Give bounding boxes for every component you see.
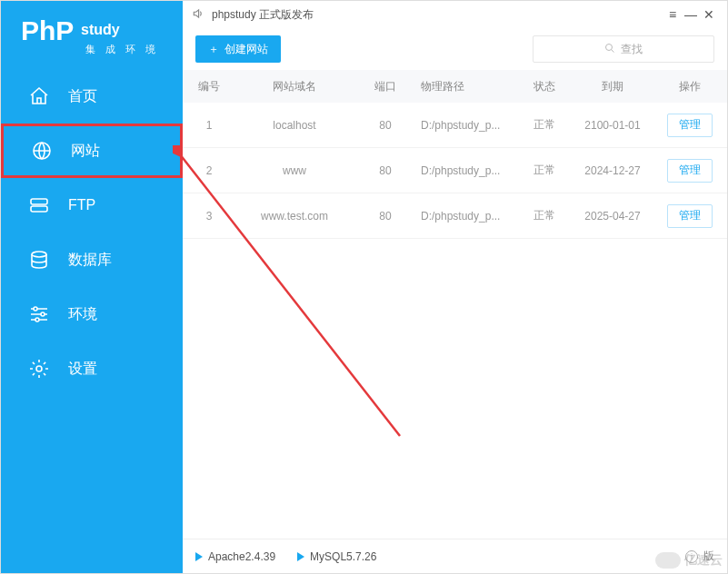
sidebar-item-settings[interactable]: 设置: [1, 341, 183, 396]
svg-rect-1: [31, 199, 47, 204]
home-icon: [26, 84, 52, 109]
service-label: Apache2.4.39: [208, 550, 275, 563]
close-button[interactable]: ✕: [700, 8, 718, 21]
svg-rect-2: [31, 206, 47, 212]
sidebar-item-label: FTP: [68, 197, 95, 213]
sidebar-item-environment[interactable]: 环境: [1, 287, 183, 341]
manage-button[interactable]: 管理: [667, 204, 713, 228]
th-no: 编号: [183, 79, 235, 94]
cell-domain: www: [235, 164, 354, 177]
table-row[interactable]: 2 www 80 D:/phpstudy_p... 正常 2024-12-27 …: [183, 148, 727, 193]
svg-point-4: [34, 307, 37, 311]
cell-status: 正常: [517, 163, 572, 178]
sidebar-item-label: 网站: [71, 142, 100, 161]
sidebar-item-label: 设置: [68, 360, 97, 379]
sidebar-item-home[interactable]: 首页: [1, 69, 183, 124]
service-label: MySQL5.7.26: [310, 550, 376, 563]
cell-no: 3: [183, 210, 235, 223]
toolbar: ＋ 创建网站 查找: [183, 28, 727, 70]
cell-expire: 2100-01-01: [572, 119, 653, 132]
main-panel: phpstudy 正式版发布 ≡ — ✕ ＋ 创建网站 查找 编号 网站域名 端…: [183, 1, 727, 573]
sidebar-item-label: 首页: [68, 87, 97, 106]
service-apache[interactable]: Apache2.4.39: [195, 550, 275, 563]
cell-domain: www.test.com: [235, 210, 354, 223]
logo: PhP study 集 成 环 境: [1, 1, 183, 69]
search-placeholder: 查找: [621, 42, 643, 57]
create-website-button[interactable]: ＋ 创建网站: [195, 35, 281, 63]
table-row[interactable]: 3 www.test.com 80 D:/phpstudy_p... 正常 20…: [183, 193, 727, 239]
cell-path: D:/phpstudy_p...: [417, 210, 517, 223]
cell-no: 2: [183, 164, 235, 177]
cell-op: 管理: [653, 204, 726, 228]
cloud-icon: [655, 552, 681, 569]
svg-point-7: [36, 366, 42, 371]
table-row[interactable]: 1 localhost 80 D:/phpstudy_p... 正常 2100-…: [183, 103, 727, 148]
cell-path: D:/phpstudy_p...: [417, 119, 517, 132]
cell-expire: 2025-04-27: [572, 210, 653, 223]
sidebar-item-database[interactable]: 数据库: [1, 233, 183, 287]
manage-button[interactable]: 管理: [667, 114, 713, 137]
logo-main-b: study: [81, 22, 120, 37]
minimize-button[interactable]: —: [682, 8, 700, 21]
cell-port: 80: [354, 210, 417, 223]
logo-main-a: PhP: [21, 15, 74, 45]
th-domain: 网站域名: [235, 79, 354, 94]
cell-port: 80: [354, 164, 417, 177]
titlebar-text: phpstudy 正式版发布: [212, 7, 314, 23]
cell-op: 管理: [653, 159, 726, 183]
plus-icon: ＋: [208, 42, 219, 57]
logo-subtitle: 集 成 环 境: [21, 43, 163, 56]
svg-point-5: [41, 312, 45, 316]
play-icon: [297, 552, 304, 561]
cell-status: 正常: [517, 117, 572, 133]
ftp-icon: [26, 193, 52, 218]
svg-point-3: [32, 252, 46, 257]
footer: Apache2.4.39 MySQL5.7.26 i 版: [183, 539, 727, 573]
sidebar-item-label: 环境: [68, 305, 97, 324]
menu-icon[interactable]: ≡: [663, 8, 682, 21]
sliders-icon: [26, 302, 52, 327]
sidebar-item-website[interactable]: 网站: [1, 124, 183, 178]
cell-port: 80: [354, 119, 417, 132]
create-label: 创建网站: [224, 42, 268, 57]
manage-button[interactable]: 管理: [667, 159, 713, 183]
service-mysql[interactable]: MySQL5.7.26: [297, 550, 376, 563]
th-op: 操作: [653, 79, 726, 94]
cell-op: 管理: [653, 114, 726, 137]
th-status: 状态: [517, 79, 572, 94]
sidebar-item-ftp[interactable]: FTP: [1, 178, 183, 233]
cell-no: 1: [183, 119, 235, 132]
watermark-text: 亿速云: [684, 552, 723, 569]
search-icon: [604, 43, 615, 56]
svg-point-8: [606, 44, 613, 50]
titlebar: phpstudy 正式版发布 ≡ — ✕: [183, 1, 727, 28]
table-header: 编号 网站域名 端口 物理路径 状态 到期 操作: [183, 70, 727, 103]
watermark: 亿速云: [655, 552, 723, 569]
sidebar-item-label: 数据库: [68, 251, 112, 270]
cell-status: 正常: [517, 208, 572, 223]
play-icon: [195, 552, 203, 561]
app-window: PhP study 集 成 环 境 首页 网站: [0, 0, 728, 574]
speaker-icon: [192, 7, 204, 23]
cell-expire: 2024-12-27: [572, 164, 653, 177]
th-port: 端口: [354, 79, 417, 94]
nav-list: 首页 网站 FTP 数据库: [1, 69, 183, 396]
database-icon: [26, 247, 52, 272]
search-input[interactable]: 查找: [533, 35, 714, 63]
globe-icon: [29, 138, 55, 163]
svg-point-6: [35, 318, 39, 322]
cell-domain: localhost: [235, 119, 354, 132]
th-path: 物理路径: [417, 79, 517, 94]
sidebar: PhP study 集 成 环 境 首页 网站: [1, 1, 183, 573]
cell-path: D:/phpstudy_p...: [417, 164, 517, 177]
gear-icon: [26, 356, 52, 381]
th-expire: 到期: [572, 79, 653, 94]
